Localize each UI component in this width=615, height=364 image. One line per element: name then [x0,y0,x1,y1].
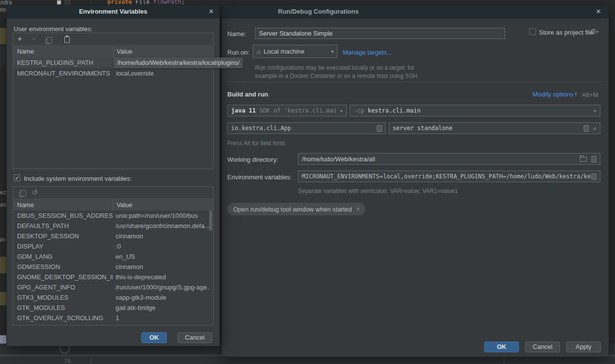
column-header-name: Name [17,201,34,209]
chevron-down-icon: ▾ [594,108,596,114]
table-row[interactable]: GDMSESSION cinnamon [13,262,210,272]
folder-icon[interactable] [580,157,587,162]
user-table-toolbar: + − [13,33,213,46]
table-row[interactable]: DBUS_SESSION_BUS_ADDRESS unix:path=/run/… [13,211,210,221]
name-input[interactable]: Server Standalone Simple [255,28,505,39]
row-value: cinnamon [113,232,210,240]
add-icon[interactable]: + [18,35,22,43]
jdk-version: java 11 [231,107,256,114]
table-row[interactable]: MICRONAUT_ENVIRONMENTS local,override [13,68,213,78]
jdk-detail: SDK of 'kestra.cli.mair [259,107,337,114]
column-divider [113,200,113,211]
environment-variables-label: Environment variables: [227,173,292,181]
name-value: Server Standalone Simple [259,30,333,37]
main-class-input[interactable]: io.kestra.cli.App [227,122,386,134]
modify-options-link[interactable]: Modify options [533,91,574,98]
expand-field-icon[interactable] [592,156,596,162]
classpath-dropdown[interactable]: -cp kestra.cli.main ▾ [350,105,600,116]
chip-close-icon[interactable]: ✕ [356,206,360,212]
expand-field-icon[interactable] [592,173,596,180]
row-name: KESTRA_PLUGINS_PATH [13,59,113,66]
expand-field-icon[interactable] [584,125,589,132]
row-value: this-is-deprecated [113,273,210,281]
row-name: GDM_LANG [13,253,113,260]
row-name: DESKTOP_SESSION [13,232,113,240]
expand-window-icon[interactable]: ↔ [591,124,598,132]
user-table-header: Name Value [13,46,213,57]
ok-button[interactable]: OK [141,332,167,343]
remove-icon[interactable]: − [31,35,36,43]
include-system-env-label: Include system environment variables: [24,175,132,182]
chevron-down-icon: ▾ [331,49,334,54]
row-value: gail:atk-bridge [113,304,210,311]
environment-variables-hint: Separate variables with semicolon: VAR=v… [298,188,458,194]
cp-module: kestra.cli.main [368,107,420,114]
row-value: local,override [113,70,213,77]
scrollbar-thumb[interactable] [209,211,212,231]
open-tool-window-chip[interactable]: Open run/debug tool window when started … [227,203,365,215]
row-name: DISPLAY [13,243,113,250]
copy-icon[interactable] [19,192,23,197]
close-icon[interactable]: ✕ [594,7,603,16]
cancel-button[interactable]: Cancel [178,332,212,343]
user-env-vars-table: + − Name Value KESTRA_PLUGINS_PATH MICRO… [13,33,214,169]
main-class-value: io.kestra.cli.App [231,125,377,132]
env-dialog-title: Environment Variables [7,8,219,15]
env-dialog-titlebar: Environment Variables ✕ [7,5,219,19]
environment-variables-input[interactable]: MICRONAUT_ENVIRONMENTS=local,override;KE… [298,171,600,182]
undo-icon[interactable]: ↺ [32,188,38,197]
row-value: cinnamon [113,263,210,270]
table-row[interactable]: GTK_MODULES gail:atk-bridge [13,303,210,313]
run-on-value: Local machine [263,48,328,55]
working-directory-label: Working directory: [227,156,278,163]
ok-button[interactable]: OK [484,342,519,352]
home-icon: ⌂ [257,48,260,56]
line-number: 76 [64,358,71,364]
run-dialog-titlebar: Run/Debug Configurations ✕ [222,5,609,19]
jdk-dropdown[interactable]: java 11 SDK of 'kestra.cli.mair ▾ [227,105,347,116]
row-value: :0 [113,243,210,250]
system-table-toolbar: ↺ [13,187,213,199]
target-hint-line1: Run configurations may be executed local… [255,64,415,71]
table-row[interactable]: GTK_OVERLAY_SCROLLING 1 [13,313,210,323]
program-arguments-input[interactable]: server standalone ↔ [389,122,600,134]
table-row[interactable]: GNOME_DESKTOP_SESSION_ID this-is-depreca… [13,272,210,282]
column-header-name: Name [17,48,34,55]
table-row[interactable]: GDM_LANG en_US [13,251,210,262]
table-row[interactable]: GTK3_MODULES xapp-gtk3-module [13,292,210,303]
table-row[interactable]: DESKTOP_SESSION cinnamon [13,231,210,241]
row-value: /run/user/1000/gnupg/S.gpg-age... [113,284,210,291]
row-name: GTK3_MODULES [13,294,113,301]
paste-icon[interactable] [64,37,70,43]
chevron-down-icon: ▾ [340,108,343,114]
table-row[interactable]: DISPLAY :0 [13,241,210,251]
store-as-project-file-checkbox[interactable] [529,28,536,35]
user-env-vars-label: User environment variables: [14,25,93,33]
modify-options-shortcut: Alt+M [582,91,598,98]
sidebar-color-block [0,257,7,273]
row-name: GPG_AGENT_INFO [13,284,113,291]
gutter-marker [57,0,61,4]
copy-icon[interactable] [45,38,50,44]
apply-button[interactable]: Apply [566,342,601,352]
gutter-divider [91,0,91,5]
store-as-project-file-label: Store as project file [539,29,593,36]
column-header-value: Value [117,201,132,209]
table-row[interactable]: GPG_AGENT_INFO /run/user/1000/gnupg/S.gp… [13,282,210,292]
include-system-env-checkbox[interactable]: ✓ [14,174,20,181]
expand-field-icon[interactable] [377,125,382,132]
close-icon[interactable]: ✕ [207,7,216,16]
cell-value-tooltip: /home/ludo/Web/kestra/kestra/local/plugi… [114,57,243,68]
gear-icon[interactable]: ⚙▾ [590,27,598,36]
working-directory-input[interactable]: /home/ludo/Web/kestra/all [298,153,600,165]
environment-variables-dialog: Environment Variables ✕ User environment… [7,5,219,346]
row-value: 1 [113,314,210,322]
editor-split-line [504,359,504,364]
sidebar-color-block [0,292,7,306]
table-row[interactable]: DEFAULTS_PATH /usr/share/gconf/cinnamon.… [13,221,210,231]
run-on-dropdown[interactable]: ⌂ Local machine ▾ [253,45,337,58]
cancel-button[interactable]: Cancel [525,342,560,352]
column-divider [113,46,114,57]
manage-targets-link[interactable]: Manage targets... [343,49,392,56]
row-value: en_US [113,253,210,260]
